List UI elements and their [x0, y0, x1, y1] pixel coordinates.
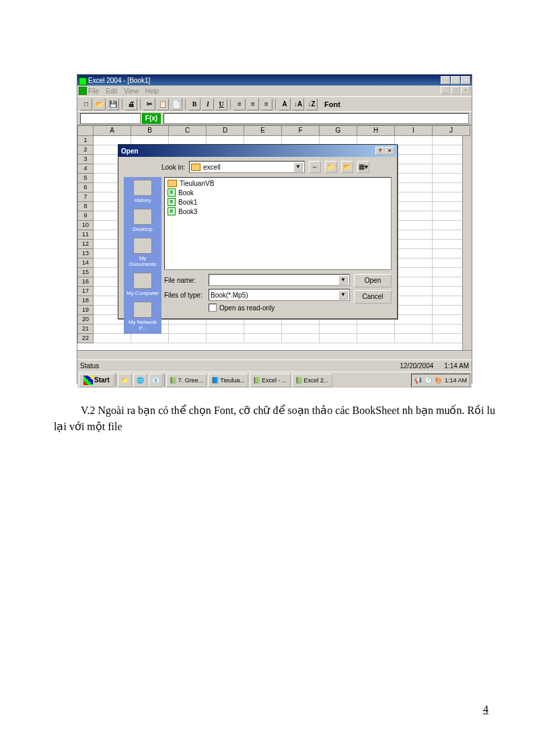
menu-view[interactable]: View: [124, 88, 139, 95]
place-history[interactable]: History: [125, 180, 160, 203]
menu-edit[interactable]: Edit: [106, 88, 117, 95]
save-icon[interactable]: 💾: [107, 98, 119, 110]
row-header[interactable]: 7: [77, 193, 94, 202]
tray-icon[interactable]: 🎨: [435, 377, 442, 384]
task-item[interactable]: 📘 Tieulua...: [208, 374, 248, 387]
place-network[interactable]: My Network P...: [125, 302, 160, 331]
bold-button[interactable]: B: [188, 98, 200, 110]
row-header[interactable]: 4: [77, 164, 94, 174]
cell[interactable]: [395, 211, 433, 221]
column-header[interactable]: E: [244, 125, 282, 136]
doc-close-button[interactable]: ×: [461, 86, 470, 94]
row-header[interactable]: 12: [77, 240, 94, 249]
dialog-help-button[interactable]: ?: [375, 147, 385, 155]
row-header[interactable]: 5: [77, 174, 94, 183]
cell[interactable]: [395, 145, 433, 155]
file-list[interactable]: TieuluanVBBookBook1Book3: [164, 177, 392, 270]
row-header[interactable]: 9: [77, 211, 94, 221]
menu-help[interactable]: Help: [145, 88, 159, 95]
horizontal-scrollbar[interactable]: [77, 350, 472, 359]
column-header[interactable]: C: [169, 125, 207, 136]
dropdown-arrow-icon[interactable]: ▼: [338, 290, 348, 300]
views-button[interactable]: ▦▾: [357, 161, 369, 173]
lookin-combo[interactable]: excell ▼: [189, 161, 305, 173]
cell[interactable]: [395, 164, 433, 174]
open-icon[interactable]: 📂: [94, 98, 106, 110]
cell[interactable]: [395, 240, 433, 249]
place-computer[interactable]: My Computer: [125, 273, 160, 296]
cell[interactable]: [395, 249, 433, 259]
task-item[interactable]: 📗 Excel - ...: [250, 374, 291, 387]
doc-minimize-button[interactable]: _: [441, 86, 450, 94]
row-header[interactable]: 22: [77, 334, 94, 343]
row-header[interactable]: 17: [77, 287, 94, 296]
new-icon[interactable]: □: [80, 98, 92, 110]
cell[interactable]: [395, 277, 433, 287]
cell[interactable]: [395, 193, 433, 202]
cancel-button[interactable]: Cancel: [354, 290, 392, 304]
column-header[interactable]: H: [357, 125, 395, 136]
doc-maximize-button[interactable]: □: [451, 86, 460, 94]
start-button[interactable]: Start: [79, 374, 114, 387]
cell[interactable]: [395, 334, 433, 343]
readonly-checkbox[interactable]: [209, 304, 217, 312]
cell[interactable]: [395, 155, 433, 164]
cell[interactable]: [395, 202, 433, 211]
fx-button[interactable]: F(x): [142, 113, 161, 124]
sort-asc-icon[interactable]: ↓A: [292, 98, 304, 110]
column-header[interactable]: J: [433, 125, 470, 136]
cell[interactable]: [395, 174, 433, 183]
cut-icon[interactable]: ✂: [143, 98, 155, 110]
row-header[interactable]: 10: [77, 221, 94, 230]
cell[interactable]: [395, 287, 433, 296]
quick-launch-icon[interactable]: 📁: [118, 374, 132, 387]
new-folder-button[interactable]: 📂: [341, 161, 353, 173]
cell[interactable]: [395, 230, 433, 240]
filetype-combo[interactable]: Book(*.Mp5) ▼: [209, 289, 350, 301]
cell[interactable]: [395, 315, 433, 324]
cell[interactable]: [395, 221, 433, 230]
maximize-button[interactable]: □: [451, 76, 460, 84]
row-header[interactable]: 1: [77, 136, 94, 145]
cell[interactable]: [395, 183, 433, 193]
tray-icon[interactable]: 🕐: [425, 377, 432, 384]
row-header[interactable]: 14: [77, 259, 94, 268]
task-item[interactable]: 📗 7. Gree...: [166, 374, 207, 387]
cell[interactable]: [395, 268, 433, 277]
cell[interactable]: [395, 259, 433, 268]
file-item[interactable]: Book: [166, 188, 390, 197]
column-header[interactable]: B: [131, 125, 169, 136]
paste-icon[interactable]: 📄: [170, 98, 182, 110]
dropdown-arrow-icon[interactable]: ▼: [338, 275, 348, 285]
column-header[interactable]: G: [320, 125, 357, 136]
underline-button[interactable]: U: [215, 98, 227, 110]
row-header[interactable]: 11: [77, 230, 94, 240]
vertical-scrollbar[interactable]: [462, 136, 472, 350]
place-documents[interactable]: My Documents: [125, 238, 160, 267]
row-header[interactable]: 19: [77, 306, 94, 315]
italic-button[interactable]: I: [202, 98, 214, 110]
dropdown-arrow-icon[interactable]: ▼: [293, 162, 303, 172]
select-all-corner[interactable]: [77, 125, 94, 136]
cell[interactable]: [395, 306, 433, 315]
task-item[interactable]: 📗 Excel 2...: [292, 374, 332, 387]
back-button[interactable]: ←: [309, 161, 321, 173]
sort-desc-icon[interactable]: ↓Z: [305, 98, 318, 110]
up-button[interactable]: 📁: [325, 161, 337, 173]
quick-launch-icon-2[interactable]: 🌐: [133, 374, 147, 387]
formula-input[interactable]: [163, 113, 469, 124]
font-color-icon[interactable]: A: [279, 98, 291, 110]
row-header[interactable]: 15: [77, 268, 94, 277]
name-box[interactable]: [80, 113, 141, 124]
dialog-close-button[interactable]: ×: [385, 147, 394, 155]
file-item[interactable]: Book1: [166, 197, 390, 207]
row-header[interactable]: 2: [77, 145, 94, 155]
copy-icon[interactable]: 📋: [157, 98, 169, 110]
minimize-button[interactable]: _: [441, 76, 450, 84]
print-icon[interactable]: 🖨: [125, 98, 137, 110]
row-header[interactable]: 18: [77, 296, 94, 306]
row-header[interactable]: 13: [77, 249, 94, 259]
file-item[interactable]: TieuluanVB: [166, 179, 390, 188]
cell[interactable]: [395, 296, 433, 306]
row-header[interactable]: 6: [77, 183, 94, 193]
